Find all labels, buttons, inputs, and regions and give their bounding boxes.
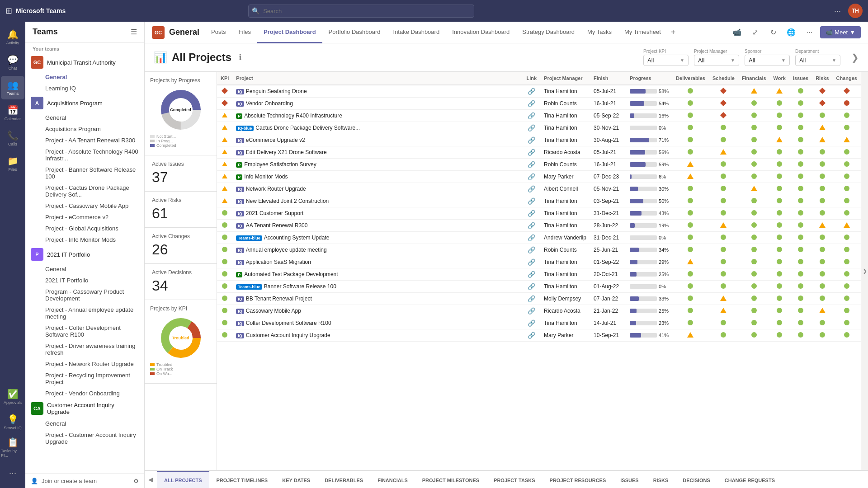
team-item-it2021[interactable]: P 2021 IT Portfolio ··· [25,245,144,263]
channel-it-general[interactable]: General [25,263,144,275]
join-create-team[interactable]: 👤 Join or create a team ⚙ [25,474,144,488]
channel-it-vendor[interactable]: Project - Vendor Onboarding [25,388,144,399]
info-icon[interactable]: ℹ [239,52,242,62]
bottom-tab-decisions[interactable]: DECISIONS [675,471,717,488]
row-project-8[interactable]: IQNetwork Router Upgrade [232,183,523,195]
channel-it-cass-prod[interactable]: Program - Cassowary Product Development [25,286,144,304]
tab-intake-dashboard[interactable]: Intake Dashboard [387,22,446,43]
team-item-customer[interactable]: CA Customer Account Inquiry Upgrade ··· [25,399,144,418]
channel-it-colter[interactable]: Project - Colter Development Software R1… [25,322,144,340]
bottom-tab-risks[interactable]: RISKS [646,471,676,488]
meet-button[interactable]: 📹 Meet ▼ [820,26,861,38]
row-link-7[interactable]: 🔗 [523,171,540,183]
channel-it-network[interactable]: Project - Network Router Upgrade [25,358,144,370]
row-link-11[interactable]: 🔗 [523,220,540,232]
nav-item-chat[interactable]: 💬 Chat [1,51,24,74]
row-project-11[interactable]: IQAA Tenant Renewal R300 [232,220,523,232]
right-collapse-button[interactable]: ❯ [861,72,868,470]
bottom-tab-arrow-left[interactable]: ◀ [145,471,157,488]
row-project-2[interactable]: PAbsolute Technology R400 Infrastructure [232,110,523,122]
row-project-1[interactable]: IQVendor Onboarding [232,98,523,110]
row-link-15[interactable]: 🔗 [523,268,540,281]
project-table-wrap[interactable]: KPI Project Link Project Manager Finish … [217,72,861,470]
row-project-12[interactable]: Teams-blueAccounting System Update [232,232,523,244]
channel-acq-info[interactable]: Project - Info Monitor Mods [25,234,144,245]
bottom-tab-financials[interactable]: FINANCIALS [370,471,415,488]
team-item-acquisitions[interactable]: A Acquisitions Program ··· [25,94,144,112]
row-project-13[interactable]: IQAnnual employee update meeting [232,244,523,256]
row-link-14[interactable]: 🔗 [523,256,540,268]
channel-acq-ecomm[interactable]: Project - eCommerce v2 [25,211,144,223]
bottom-tab-all-projects[interactable]: ALL PROJECTS [157,471,209,488]
channel-cust-proj[interactable]: Project - Customer Account Inquiry Upgra… [25,429,144,447]
row-project-20[interactable]: IQCustomer Account Inquiry Upgrade [232,329,523,342]
channel-acq-general[interactable]: General [25,112,144,123]
channel-acq-global[interactable]: Project - Global Acquisitions [25,223,144,234]
row-link-8[interactable]: 🔗 [523,183,540,195]
row-link-6[interactable]: 🔗 [523,159,540,171]
tab-innovation-dashboard[interactable]: Innovation Dashboard [446,22,516,43]
search-input[interactable] [248,5,474,18]
filters-collapse-icon[interactable]: ❯ [851,52,859,63]
settings-icon[interactable]: ⚙ [133,478,139,484]
globe-icon[interactable]: 🌐 [784,25,798,40]
channel-item-learningiq[interactable]: Learning IQ [25,83,144,94]
row-project-6[interactable]: PEmployee Satisfaction Survey [232,159,523,171]
row-link-18[interactable]: 🔗 [523,305,540,317]
row-link-2[interactable]: 🔗 [523,110,540,122]
row-link-3[interactable]: 🔗 [523,122,540,134]
refresh-icon[interactable]: ↻ [766,25,780,40]
channel-item-general[interactable]: General [25,71,144,83]
channel-cust-general[interactable]: General [25,418,144,429]
nav-item-files[interactable]: 📁 Files [1,152,24,175]
tab-strategy-dashboard[interactable]: Strategy Dashboard [516,22,581,43]
tab-my-tasks[interactable]: My Tasks [581,22,618,43]
filter-kpi-select[interactable]: All ▼ [643,55,689,66]
tab-files[interactable]: Files [232,22,257,43]
nav-item-sensei[interactable]: 💡 Sensei IQ [1,410,24,434]
row-project-5[interactable]: IQEdit Delivery X21 Drone Software [232,146,523,159]
row-link-19[interactable]: 🔗 [523,317,540,329]
bottom-tab-key-dates[interactable]: KEY DATES [275,471,317,488]
row-link-0[interactable]: 🔗 [523,85,540,98]
row-link-12[interactable]: 🔗 [523,232,540,244]
bottom-tab-timelines[interactable]: PROJECT TIMELINES [209,471,275,488]
tab-my-timesheet[interactable]: My Timesheet [618,22,667,43]
add-tab-button[interactable]: + [667,28,679,37]
row-project-19[interactable]: IQColter Development Software R100 [232,317,523,329]
channel-acq-aa[interactable]: Project - AA Tenant Renewal R300 [25,135,144,146]
filter-department-select[interactable]: All ▼ [795,55,840,66]
channel-it-portfolio[interactable]: 2021 IT Portfolio [25,275,144,286]
nav-item-calendar[interactable]: 📅 Calendar [1,101,24,125]
row-link-4[interactable]: 🔗 [523,134,540,146]
row-link-9[interactable]: 🔗 [523,195,540,207]
row-link-20[interactable]: 🔗 [523,329,540,342]
channel-it-recycling[interactable]: Project - Recycling Improvement Project [25,370,144,388]
expand-icon[interactable]: ⤢ [748,25,762,40]
row-link-16[interactable]: 🔗 [523,281,540,293]
video-call-icon[interactable]: 📹 [730,25,744,40]
row-project-18[interactable]: IQCassowary Mobile App [232,305,523,317]
channel-acq-cactus[interactable]: Project - Cactus Drone Package Delivery … [25,182,144,200]
channel-acq-abs[interactable]: Project - Absolute Technology R400 Infra… [25,146,144,164]
channel-it-annual[interactable]: Project - Annual employee update meeting [25,304,144,322]
row-project-17[interactable]: IQBB Tenant Renewal Project [232,293,523,305]
row-project-16[interactable]: Teams-blueBanner Software Release 100 [232,281,523,293]
row-project-9[interactable]: IQNew Elevated Joint 2 Construction [232,195,523,207]
tab-project-dashboard[interactable]: Project Dashboard [257,22,322,43]
channel-it-driver[interactable]: Project - Driver awareness training refr… [25,340,144,358]
tab-portfolio-dashboard[interactable]: Portfolio Dashboard [322,22,387,43]
filter-pm-select[interactable]: All ▼ [694,55,739,66]
row-link-10[interactable]: 🔗 [523,207,540,220]
tab-posts[interactable]: Posts [205,22,232,43]
bottom-tab-milestones[interactable]: PROJECT MILESTONES [415,471,486,488]
bottom-tab-tasks[interactable]: PROJECT TASKS [486,471,542,488]
row-project-4[interactable]: IQeCommerce Upgrade v2 [232,134,523,146]
row-project-0[interactable]: IQPenguin Seafaring Drone [232,85,523,98]
row-project-14[interactable]: IQApplication SaaS Migration [232,256,523,268]
bottom-tab-resources[interactable]: PROJECT RESOURCES [542,471,613,488]
bottom-tab-change-requests[interactable]: CHANGE REQUESTS [717,471,782,488]
row-project-15[interactable]: PAutomated Test Package Development [232,268,523,281]
nav-item-calls[interactable]: 📞 Calls [1,127,24,150]
nav-item-more[interactable]: ··· [1,461,24,484]
